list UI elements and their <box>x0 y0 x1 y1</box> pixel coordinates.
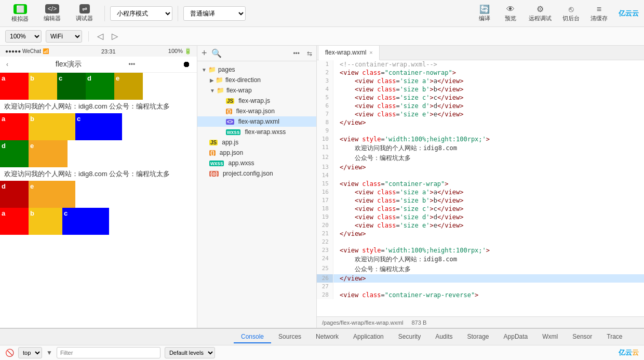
tab-sensor[interactable]: Sensor <box>565 331 599 343</box>
color-row-3: d e <box>0 140 197 167</box>
editor-icon: </> <box>45 4 59 14</box>
cell-d1: d <box>86 73 114 100</box>
code-line-14: 14 <box>317 171 644 180</box>
file-toolbar: + 🔍 ••• ⇆ <box>197 46 316 61</box>
cell-a2: a <box>0 113 29 140</box>
tree-item-label-app-json: app.json <box>220 149 312 156</box>
refresh-button[interactable]: 🔄 编译 <box>473 3 496 23</box>
toolbar-separator <box>104 6 105 21</box>
js-icon-app: JS <box>209 139 218 146</box>
cell-b3: b <box>29 208 62 235</box>
content-row: ●●●●● WeChat 📶 23:31 100% 🔋 ‹ flex演示 •••… <box>0 46 644 328</box>
tree-item-flex-wrap-json[interactable]: {} flex-wrap.json <box>197 106 316 116</box>
tab-wxml[interactable]: Wxml <box>535 331 565 343</box>
tree-item-app-js[interactable]: JS app.js <box>197 137 316 148</box>
tree-item-app-wxss[interactable]: wxss app.wxss <box>197 158 316 168</box>
code-line-2: 2 <view class="container-nowrap"> <box>317 69 644 77</box>
tab-storage[interactable]: Storage <box>460 331 497 343</box>
filter-input[interactable] <box>57 347 160 358</box>
clear-cache-label: 清缓存 <box>591 15 608 22</box>
code-tab-flex-wrap-wxml[interactable]: flex-wrap.wxml × <box>319 46 380 60</box>
toolbar-separator2 <box>178 6 178 21</box>
tree-item-label-app-wxss: app.wxss <box>228 159 312 167</box>
compile-select[interactable]: 普通编译 自定义编译 <box>183 6 246 21</box>
color-row-4: d e <box>0 181 197 208</box>
wxml-icon-flex-wrap: <> <box>226 118 234 125</box>
preview-button[interactable]: 👁 预览 <box>499 4 522 23</box>
toolbar-right: 🔄 编译 👁 预览 ⚙ 远程调试 ⎋ 切后台 ≡ 清缓存 亿云云 <box>473 3 639 23</box>
wxss-icon-flex-wrap: wxss <box>226 128 240 136</box>
color-row-5: a b c <box>0 208 197 235</box>
top-select[interactable]: top <box>18 347 42 358</box>
tree-item-flex-wrap-js[interactable]: JS flex-wrap.js <box>197 96 316 106</box>
logo-area: 亿云云 <box>619 9 639 18</box>
close-tab-icon[interactable]: × <box>369 49 372 56</box>
search-files-button[interactable]: 🔍 <box>211 48 222 58</box>
zoom-select[interactable]: 100% <box>5 30 42 43</box>
backend-button[interactable]: ⎋ 切后台 <box>558 4 584 23</box>
tree-item-label-pages: pages <box>218 66 312 73</box>
backend-icon: ⎋ <box>569 5 574 14</box>
tab-network[interactable]: Network <box>308 331 346 343</box>
tab-security[interactable]: Security <box>391 331 428 343</box>
add-file-button[interactable]: + <box>202 48 207 59</box>
logo-text: 亿云云 <box>619 9 639 18</box>
cell-b2: b <box>29 113 75 140</box>
log-level-select[interactable]: Default levels <box>165 347 215 358</box>
forward-nav-button[interactable]: ▷ <box>110 30 120 42</box>
stop-button[interactable]: 🚫 <box>5 349 14 357</box>
phone-back-icon[interactable]: ‹ <box>6 61 8 68</box>
code-area[interactable]: 1 <!--container-wrap.wxml--> 2 <view cla… <box>317 60 644 316</box>
tab-sources[interactable]: Sources <box>271 331 308 343</box>
network-select[interactable]: WiFi <box>46 30 82 43</box>
file-nav-button[interactable]: ⇆ <box>307 50 312 57</box>
remote-debug-label: 远程调试 <box>529 15 552 22</box>
code-tab-label: flex-wrap.wxml <box>325 49 366 56</box>
code-lines: 1 <!--container-wrap.wxml--> 2 <view cla… <box>317 60 644 299</box>
code-line-9: 9 <box>317 127 644 135</box>
tree-item-project-config[interactable]: {o} project.config.json <box>197 168 316 179</box>
tab-appdata[interactable]: AppData <box>497 331 535 343</box>
tree-item-app-json[interactable]: {} app.json <box>197 148 316 158</box>
debugger-button[interactable]: ⇌ 调试器 <box>70 2 99 24</box>
cell-b1: b <box>29 73 57 100</box>
back-nav-button[interactable]: ◁ <box>95 30 105 42</box>
file-more-button[interactable]: ••• <box>293 50 300 57</box>
refresh-label: 编译 <box>479 15 490 22</box>
tree-item-pages[interactable]: ▼ 📁 pages <box>197 64 316 75</box>
cell-e3: e <box>29 181 75 208</box>
file-panel: + 🔍 ••• ⇆ ▼ 📁 pages ▶ 📁 flex-direction <box>197 46 317 328</box>
simulator-button[interactable]: ⬜ 模拟器 <box>5 2 35 25</box>
tree-item-flex-direction[interactable]: ▶ 📁 flex-direction <box>197 75 316 85</box>
tab-application[interactable]: Application <box>346 331 391 343</box>
code-line-11: 11 欢迎访问我的个人网站：idig8.com <box>317 143 644 153</box>
tab-trace[interactable]: Trace <box>599 331 629 343</box>
text-section-2: 欢迎访问我的个人网站：idig8.com 公众号：编程坑太多 <box>0 167 197 181</box>
phone-title-bar: ‹ flex演示 ••• ⏺ <box>0 57 197 73</box>
code-line-1: 1 <!--container-wrap.wxml--> <box>317 60 644 69</box>
tree-item-flex-wrap-folder[interactable]: ▼ 📁 flex-wrap <box>197 85 316 96</box>
file-tree: ▼ 📁 pages ▶ 📁 flex-direction ▼ 📁 flex-wr… <box>197 61 316 328</box>
phone-more-icon[interactable]: ••• <box>129 61 136 68</box>
phone-record-icon[interactable]: ⏺ <box>182 60 191 69</box>
phone-title: flex演示 <box>56 60 82 69</box>
cell-a3: a <box>0 208 29 235</box>
tree-item-flex-wrap-wxml[interactable]: <> flex-wrap.wxml <box>197 116 316 127</box>
clear-cache-button[interactable]: ≡ 清缓存 <box>586 4 612 23</box>
code-line-5: 5 <view class='size c'>c</view> <box>317 94 644 102</box>
top-toolbar: ⬜ 模拟器 </> 编辑器 ⇌ 调试器 小程序模式 插件模式 普通编译 自定义编… <box>0 0 644 27</box>
remote-debug-button[interactable]: ⚙ 远程调试 <box>525 3 556 23</box>
cell-c1: c <box>57 73 86 100</box>
debugger-label: 调试器 <box>76 15 93 22</box>
file-path-label: /pages/flex-wrap/flex-wrap.wxml <box>322 319 404 326</box>
expand-arrow-flex-direction: ▶ <box>210 77 214 83</box>
mode-select[interactable]: 小程序模式 插件模式 <box>110 6 172 21</box>
code-tab-bar: flex-wrap.wxml × <box>317 46 644 60</box>
tab-console[interactable]: Console <box>234 331 271 343</box>
tree-item-label-app-js: app.js <box>222 139 312 146</box>
tree-item-flex-wrap-wxss[interactable]: wxss flex-wrap.wxss <box>197 127 316 137</box>
tree-item-label-flex-wrap-js: flex-wrap.js <box>238 97 312 104</box>
tab-audits[interactable]: Audits <box>428 331 460 343</box>
logo-branding: 亿云云 <box>619 348 639 357</box>
editor-button[interactable]: </> 编辑器 <box>37 2 67 24</box>
